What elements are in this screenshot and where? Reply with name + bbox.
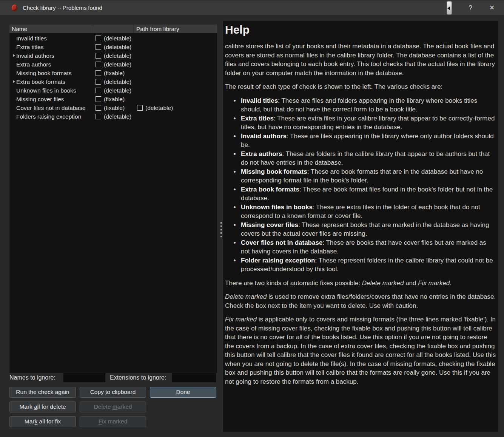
fix-marked-button: Fix marked [80,416,146,427]
row-label: Invalid titles [16,34,47,43]
table-row-missing-book-formats[interactable]: Missing book formats (fixable) [9,69,217,77]
fix-checkbox[interactable] [96,105,101,111]
table-row-unknown-files[interactable]: Unknown files in books (deletable) [9,86,217,95]
row-label: Folders raising exception [16,112,81,121]
names-to-ignore-input[interactable] [63,373,106,383]
status-badge: (deletable) [104,34,131,43]
row-label: Extra authors [16,60,51,69]
help-intro: calibre stores the list of your books an… [225,42,496,77]
row-label: Missing cover files [16,95,64,103]
column-header-check[interactable] [93,25,134,33]
column-header-path[interactable]: Path from library [134,25,217,33]
names-to-ignore-label: Names to ignore: [9,373,55,383]
mark-all-for-fix-button[interactable]: Mark all for fix [9,416,76,427]
window-title: Check library -- Problems found [23,0,102,15]
list-item: Folder raising exception: These represen… [240,256,496,274]
table-row-folders-raising-exception[interactable]: Folders raising exception (deletable) [9,112,217,121]
delete-checkbox[interactable] [96,88,101,93]
copy-to-clipboard-button[interactable]: Copy to clipboard [80,387,146,398]
close-icon[interactable]: ✕ [484,0,499,15]
list-item: Unknown files in books: These are extra … [240,203,496,221]
status-badge: (deletable) [145,103,173,112]
status-badge: (deletable) [104,60,131,69]
status-badge: (fixable) [104,95,125,103]
status-badge: (deletable) [104,112,131,121]
row-label: Unknown files in books [16,86,76,95]
delete-checkbox[interactable] [96,36,101,41]
titlebar: Check library -- Problems found ? ✕ [0,0,504,15]
extensions-to-ignore-input[interactable] [172,373,216,383]
text-cursor-artifact [447,1,452,15]
status-badge: (deletable) [104,77,131,86]
row-label: Extra titles [16,43,43,51]
tree-header: Name Path from library [9,25,217,33]
table-row-cover-files-not-in-db[interactable]: Cover files not in database (fixable) (d… [9,103,217,112]
help-fix-paragraph: Fix marked is applicable only to covers … [225,315,496,386]
fix-checkbox[interactable] [96,70,101,76]
delete-checkbox[interactable] [96,53,101,59]
problems-tree: Name Path from library Invalid titles (d… [9,25,217,373]
extensions-to-ignore-label: Extensions to ignore: [110,373,166,383]
list-item: Extra titles: These are extra files in y… [240,114,496,132]
table-row-invalid-titles[interactable]: Invalid titles (deletable) [9,34,217,43]
delete-marked-button: Delete marked [80,401,146,412]
cursor-arrow-icon [447,6,450,10]
delete-checkbox[interactable] [96,114,101,119]
delete-checkbox[interactable] [96,79,101,85]
help-delete-paragraph: Delete marked is used to remove extra fi… [225,292,496,310]
list-item: Cover files not in database: These are b… [240,238,496,256]
delete-checkbox[interactable] [96,44,101,50]
list-item: Extra authors: These are folders in the … [240,150,496,167]
table-row-missing-cover-files[interactable]: Missing cover files (fixable) [9,95,217,103]
table-row-extra-book-formats[interactable]: Extra book formats (deletable) [9,77,217,86]
list-item: Extra book formats: These are book forma… [240,185,496,203]
titlebar-help-button[interactable]: ? [463,0,478,15]
help-fixes-paragraph: There are two kinds of automatic fixes p… [225,279,496,288]
row-label: Cover files not in database [16,103,86,112]
status-badge: (deletable) [104,51,131,60]
table-row-invalid-authors[interactable]: Invalid authors (deletable) [9,51,217,60]
tree-rows: Invalid titles (deletable) Extra titles … [9,33,217,121]
done-button[interactable]: Done [150,387,216,398]
help-bullet-list: Invalid titles: These are files and fold… [225,96,496,274]
help-panel: Help calibre stores the list of your boo… [223,21,498,432]
calibre-icon [12,5,17,11]
delete-checkbox[interactable] [137,105,143,111]
expander-icon[interactable] [13,54,15,57]
list-item: Invalid authors: These are files appeari… [240,132,496,150]
list-item: Missing cover files: These represent boo… [240,221,496,238]
status-badge: (fixable) [104,69,125,77]
row-label: Extra book formats [16,77,65,86]
status-badge: (fixable) [104,103,125,112]
list-item: Missing book formats: These are book for… [240,167,496,185]
splitter-handle[interactable] [220,222,222,239]
table-row-extra-authors[interactable]: Extra authors (deletable) [9,60,217,69]
status-badge: (deletable) [104,86,131,95]
list-item: Invalid titles: These are files and fold… [240,96,496,114]
delete-checkbox[interactable] [96,62,101,67]
row-label: Invalid authors [16,51,54,60]
expander-icon[interactable] [13,80,15,83]
help-heading: Help [225,23,496,37]
column-header-name[interactable]: Name [9,25,93,33]
fix-checkbox[interactable] [96,96,101,102]
help-checks-lead: The result of each type of check is show… [225,82,496,91]
row-label: Missing book formats [16,69,71,77]
mark-all-for-delete-button[interactable]: Mark all for delete [9,401,76,412]
run-check-again-button[interactable]: Run the check again [9,387,76,398]
table-row-extra-titles[interactable]: Extra titles (deletable) [9,43,217,51]
status-badge: (deletable) [104,43,131,51]
